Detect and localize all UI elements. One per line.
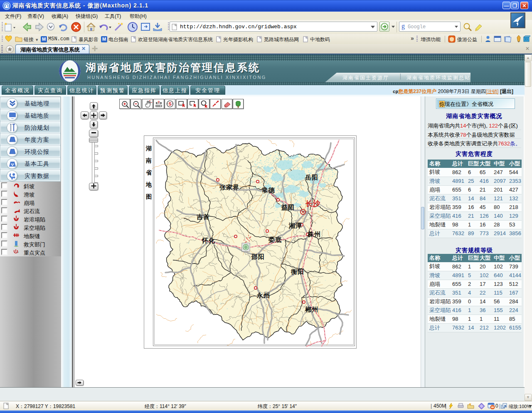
svg-text:娄底: 娄底 bbox=[268, 236, 282, 243]
svg-text:?: ? bbox=[158, 100, 160, 104]
svg-text:省: 省 bbox=[146, 169, 152, 176]
svg-text:湘潭: 湘潭 bbox=[288, 222, 302, 229]
svg-text:衡阳: 衡阳 bbox=[291, 268, 304, 275]
svg-text:益阳: 益阳 bbox=[281, 204, 295, 211]
svg-text:南: 南 bbox=[145, 157, 152, 164]
svg-text:湖: 湖 bbox=[145, 145, 152, 152]
svg-text:郴州: 郴州 bbox=[305, 306, 318, 313]
svg-text:怀化: 怀化 bbox=[202, 237, 215, 244]
svg-text:S: S bbox=[169, 101, 172, 106]
svg-text:图: 图 bbox=[146, 193, 152, 200]
svg-text:岳阳: 岳阳 bbox=[305, 174, 318, 181]
svg-text:常德: 常德 bbox=[261, 187, 275, 194]
svg-text:张家界: 张家界 bbox=[219, 184, 239, 191]
svg-text:株州: 株州 bbox=[307, 231, 321, 238]
svg-text:地: 地 bbox=[145, 181, 152, 188]
svg-text:长沙: 长沙 bbox=[305, 200, 320, 208]
svg-text:永州: 永州 bbox=[256, 292, 270, 299]
svg-text:吉首: 吉首 bbox=[196, 213, 210, 220]
svg-text:邵阳: 邵阳 bbox=[251, 253, 265, 260]
